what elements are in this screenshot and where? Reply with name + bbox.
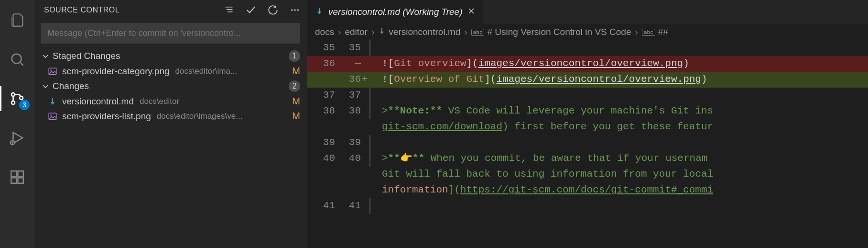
scm-badge: 3 bbox=[19, 100, 30, 110]
activity-search[interactable] bbox=[0, 46, 34, 73]
editor: versioncontrol.md (Working Tree) docs › … bbox=[307, 0, 868, 248]
md-quote-marker: > bbox=[382, 105, 388, 116]
debug-icon bbox=[9, 130, 25, 146]
line-number-modified: 39 bbox=[341, 135, 370, 151]
breadcrumb[interactable]: docs › editor › versioncontrol.md › abc … bbox=[307, 24, 868, 40]
svg-rect-8 bbox=[11, 178, 16, 183]
code-line: 38 38 >**Note:** VS Code will leverage y… bbox=[307, 103, 868, 119]
md-bracket: ]( bbox=[466, 58, 478, 69]
line-number-original: 40 bbox=[307, 151, 341, 167]
md-bracket: ) bbox=[683, 58, 689, 69]
view-as-tree-icon[interactable] bbox=[224, 5, 234, 15]
svg-rect-19 bbox=[49, 113, 56, 120]
code-line: 39 39 bbox=[307, 135, 868, 151]
md-alt-text: Overview of Git bbox=[394, 74, 484, 85]
svg-point-14 bbox=[291, 9, 293, 11]
commit-message-input[interactable] bbox=[41, 23, 300, 44]
file-name: versioncontrol.md bbox=[62, 96, 134, 107]
symbol-string-icon: abc bbox=[471, 29, 485, 36]
code-line-wrap: git-scm.com/download) first before you g… bbox=[307, 119, 868, 135]
breadcrumb-segment[interactable]: docs bbox=[315, 27, 334, 37]
refresh-icon[interactable] bbox=[268, 5, 278, 15]
svg-rect-9 bbox=[18, 178, 23, 183]
changes-count-badge: 2 bbox=[289, 80, 300, 92]
activity-run-debug[interactable] bbox=[0, 124, 34, 151]
code-line-removed: 36 — ![Git overview](images/versioncontr… bbox=[307, 56, 868, 72]
code-line: 37 37 bbox=[307, 88, 868, 103]
md-bracket: ) bbox=[701, 74, 707, 85]
code-line-added: 36+ ![Overview of Git](images/versioncon… bbox=[307, 72, 868, 88]
md-quote-marker: > bbox=[382, 153, 388, 164]
svg-line-1 bbox=[21, 63, 23, 66]
symbol-string-icon: abc bbox=[642, 29, 655, 36]
markdown-file-icon bbox=[378, 27, 386, 37]
md-text: Git will fall back to using information … bbox=[382, 169, 713, 180]
chevron-down-icon bbox=[41, 82, 50, 90]
diff-minus-marker: — bbox=[341, 56, 370, 72]
line-number-modified: 36+ bbox=[341, 72, 370, 88]
changes-section[interactable]: Changes 2 bbox=[34, 79, 307, 94]
line-number-original: 37 bbox=[307, 88, 341, 103]
md-link-text: information bbox=[382, 184, 448, 195]
file-name: scm-provider-category.png bbox=[62, 66, 170, 77]
file-row[interactable]: scm-provider-category.png docs\editor\im… bbox=[34, 64, 307, 79]
file-path: docs\editor\ima... bbox=[175, 67, 284, 76]
line-number-original: 35 bbox=[307, 40, 341, 56]
md-bold-marker: ** bbox=[388, 153, 400, 164]
code-line: 41 41 bbox=[307, 198, 868, 214]
activity-extensions[interactable] bbox=[0, 164, 34, 191]
activity-bar: 3 bbox=[0, 0, 34, 248]
tab-label: versioncontrol.md (Working Tree) bbox=[328, 7, 463, 17]
image-file-icon bbox=[48, 112, 57, 121]
panel-title: SOURCE CONTROL bbox=[44, 6, 119, 14]
md-link-url: images/versioncontrol/overview.png bbox=[478, 58, 683, 69]
line-number-original: 38 bbox=[307, 103, 341, 119]
file-row[interactable]: scm-providers-list.png docs\editor\image… bbox=[34, 109, 307, 124]
close-icon[interactable] bbox=[467, 7, 475, 17]
md-image-prefix: ![ bbox=[382, 58, 394, 69]
line-number-modified: 40 bbox=[341, 151, 370, 167]
breadcrumb-segment[interactable]: versioncontrol.md bbox=[378, 27, 460, 37]
search-icon bbox=[9, 51, 25, 68]
markdown-file-icon bbox=[48, 97, 57, 106]
breadcrumb-separator: › bbox=[635, 27, 638, 37]
svg-point-3 bbox=[11, 101, 15, 104]
chevron-down-icon bbox=[41, 52, 50, 60]
svg-point-15 bbox=[294, 9, 296, 11]
status-modified: M bbox=[292, 66, 300, 77]
tab-versioncontrol[interactable]: versioncontrol.md (Working Tree) bbox=[307, 0, 483, 24]
svg-point-16 bbox=[297, 9, 299, 11]
breadcrumb-segment[interactable]: abc # Using Version Control in VS Code bbox=[471, 27, 631, 37]
md-alt-text: Git overview bbox=[394, 58, 466, 69]
md-link-url: images/versioncontrol/overview.png bbox=[496, 74, 701, 85]
md-link-url: git-scm.com/download bbox=[382, 121, 502, 132]
panel-header: SOURCE CONTROL bbox=[34, 0, 307, 20]
files-icon bbox=[9, 12, 25, 28]
md-text: When you commit, be aware that if your u… bbox=[424, 153, 707, 164]
code-line-wrap: information](https://git-scm.com/docs/gi… bbox=[307, 182, 868, 198]
file-row[interactable]: versioncontrol.md docs\editor M bbox=[34, 94, 307, 109]
breadcrumb-segment[interactable]: abc ## bbox=[642, 27, 668, 37]
line-number-original: 41 bbox=[307, 198, 341, 214]
source-control-panel: SOURCE CONTROL Staged Changes 1 sc bbox=[34, 0, 307, 248]
status-modified: M bbox=[292, 96, 300, 107]
activity-source-control[interactable]: 3 bbox=[0, 85, 34, 112]
breadcrumb-separator: › bbox=[464, 27, 467, 37]
activity-explorer[interactable] bbox=[0, 7, 34, 34]
svg-point-0 bbox=[12, 54, 22, 64]
line-number-modified: 41 bbox=[341, 198, 370, 214]
diff-editor[interactable]: 35 35 36 — ![Git overview](images/versio… bbox=[307, 40, 868, 248]
svg-point-20 bbox=[50, 114, 52, 116]
markdown-file-icon bbox=[315, 7, 324, 18]
commit-check-icon[interactable] bbox=[246, 5, 256, 15]
md-link-url: https://git-scm.com/docs/git-commit#_com… bbox=[460, 184, 713, 195]
svg-point-18 bbox=[50, 69, 52, 71]
breadcrumb-segment[interactable]: editor bbox=[345, 27, 368, 37]
svg-rect-17 bbox=[49, 68, 56, 75]
changes-label: Changes bbox=[53, 81, 89, 91]
more-actions-icon[interactable] bbox=[290, 5, 300, 15]
md-bold: **Note:** bbox=[388, 105, 442, 116]
staged-changes-section[interactable]: Staged Changes 1 bbox=[34, 48, 307, 64]
emoji-finger-icon: 👉 bbox=[400, 153, 412, 164]
md-image-prefix: ![ bbox=[382, 74, 394, 85]
